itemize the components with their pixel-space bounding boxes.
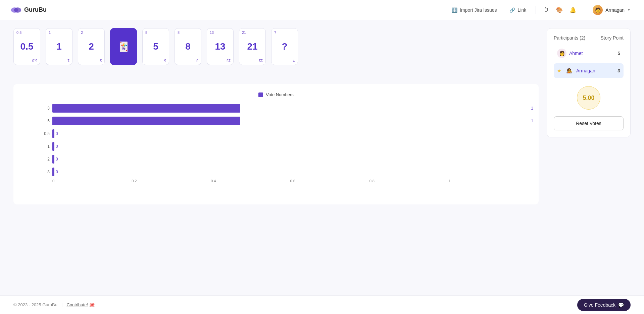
bar-fill [52,142,54,151]
card-value: 13 [215,41,225,52]
vote-card-card-2[interactable]: 2 2 2 [78,28,105,65]
bar-fill [52,155,54,164]
bar-zero: 0 [56,131,58,136]
link-icon: 🔗 [509,7,516,13]
vote-card-card-13[interactable]: 13 13 13 [207,28,234,65]
import-icon: ⬇️ [451,7,458,13]
contribute-link[interactable]: Contribute! 🐙 [66,302,95,307]
card-top: ? [274,30,276,35]
copyright: © 2023 - 2025 GuruBu [13,302,57,307]
main-content: 0.5 0.5 5.0 1 1 1 2 2 2 🃏 5 5 5 8 [0,20,644,212]
chart-legend-label: Vote Numbers [266,92,293,97]
bar-label: 2 [40,157,50,162]
participant-row: ★🧑‍🎤Armagan3 [554,63,624,78]
bar-zero: 0 [56,157,58,162]
x-tick: 1 [449,179,528,183]
bar-row: 51 [40,117,528,125]
participant-name: Ahmet [569,51,583,56]
timer-icon[interactable]: ⏱ [543,7,549,13]
bar-row: 10 [40,142,528,151]
bar-label: 8 [40,170,50,174]
bar-zero: 0 [56,144,58,149]
header-divider-2 [583,6,583,14]
feedback-label: Give Feedback [584,302,615,308]
logo-icon [11,7,21,13]
chevron-down-icon: ▼ [627,8,631,12]
bar-row: 20 [40,155,528,164]
participant-name: Armagan [576,68,595,73]
participant-score: 5 [617,51,620,56]
bar-fill [52,117,240,125]
participant-left: ★🧑‍🎤Armagan [557,66,595,75]
sidebar: Participants (2) Story Point 👩Ahmet5★🧑‍🎤… [547,28,631,204]
bar-label: 5 [40,119,50,123]
participants-label: Participants (2) [554,35,585,41]
x-tick: 0.2 [132,179,211,183]
card-deck: 0.5 0.5 5.0 1 1 1 2 2 2 🃏 5 5 5 8 [13,28,539,65]
sidebar-card: Participants (2) Story Point 👩Ahmet5★🧑‍🎤… [547,28,631,137]
bar-zero: 0 [56,170,58,174]
bars-container: 31510.50102080 [40,104,528,176]
vote-card-card-q[interactable]: ? ? ? [271,28,298,65]
participants-header: Participants (2) Story Point [554,35,624,41]
card-top: 2 [81,30,83,35]
card-top: 1 [49,30,51,35]
bar-track: 1 [52,104,528,113]
card-value: 21 [247,41,257,52]
bell-icon[interactable]: 🔔 [569,7,576,13]
card-value: 2 [89,41,94,52]
user-menu[interactable]: 🧑 Armagan ▼ [590,4,633,16]
logo-area: GuruBu [11,6,47,13]
vote-card-card-0.5[interactable]: 0.5 0.5 5.0 [13,28,40,65]
participant-avatar: 👩 [557,49,566,58]
card-top: 8 [178,30,180,35]
card-joker-emoji: 🃏 [118,41,130,52]
reset-votes-button[interactable]: Reset Votes [554,116,624,130]
github-icon: 🐙 [89,302,95,307]
legend-dot [258,92,263,97]
x-axis: 00.20.40.60.81 [52,179,528,183]
header-actions: ⬇️ Import Jira Issues 🔗 Link ⏱ 🎨 🔔 🧑 Arm… [448,4,633,16]
card-top: 13 [210,30,214,35]
vote-card-card-1[interactable]: 1 1 1 [46,28,72,65]
participant-row: 👩Ahmet5 [554,46,624,61]
card-top: 21 [242,30,246,35]
chart-area: 31510.5010208000.20.40.60.81 [24,104,528,196]
bar-row: 31 [40,104,528,113]
vote-card-card-8[interactable]: 8 8 8 [175,28,201,65]
x-tick: 0.4 [211,179,290,183]
link-button[interactable]: 🔗 Link [506,5,529,15]
svg-point-1 [14,7,21,12]
card-top: 5 [145,30,147,35]
palette-icon[interactable]: 🎨 [556,7,563,13]
bar-track: 0 [52,168,528,176]
vote-card-card-5[interactable]: 5 5 5 [142,28,169,65]
content-area: 0.5 0.5 5.0 1 1 1 2 2 2 🃏 5 5 5 8 [13,28,539,204]
card-value: ? [282,41,287,52]
footer-left: © 2023 - 2025 GuruBu | Contribute! 🐙 [13,302,95,307]
import-jira-button[interactable]: ⬇️ Import Jira Issues [448,5,499,15]
card-bottom: 12 [259,59,263,63]
bar-track: 1 [52,117,528,125]
card-value: 1 [56,41,62,52]
bar-count: 1 [531,119,533,123]
vote-card-card-21[interactable]: 21 21 12 [239,28,266,65]
card-bottom: ? [293,59,295,63]
vote-card-card-joker[interactable]: 🃏 [110,28,137,65]
bar-fill [52,168,54,176]
footer-separator: | [61,302,62,307]
divider [13,76,539,76]
footer: © 2023 - 2025 GuruBu | Contribute! 🐙 Giv… [0,295,644,314]
card-bottom: 5 [164,59,166,63]
bar-fill [52,129,54,138]
participant-left: 👩Ahmet [557,49,583,58]
bar-label: 0.5 [40,131,50,136]
give-feedback-button[interactable]: Give Feedback 💬 [577,299,631,311]
bar-row: 80 [40,168,528,176]
card-bottom: 5.0 [32,59,37,63]
card-bottom: 2 [100,59,102,63]
bar-track: 0 [52,142,528,151]
x-tick: 0.6 [290,179,369,183]
bar-chart-inner: 31510.5010208000.20.40.60.81 [24,104,528,183]
header-divider [536,6,536,14]
